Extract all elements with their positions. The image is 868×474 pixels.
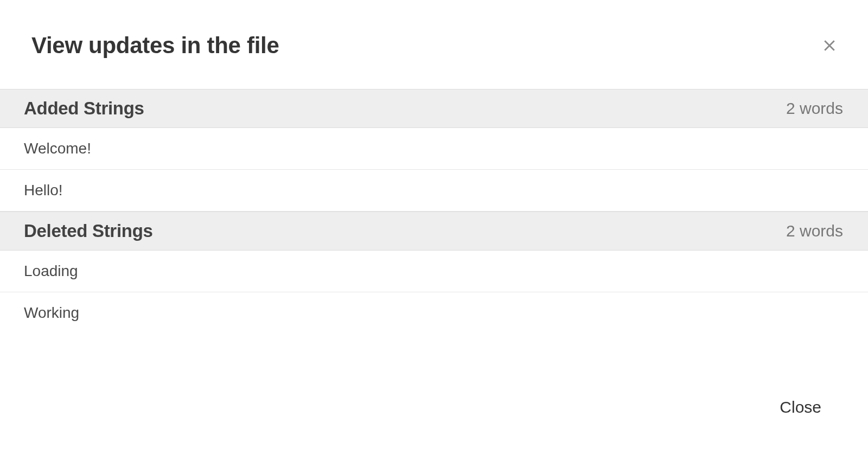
close-button[interactable]: Close [773, 395, 828, 420]
section-header-added: Added Strings 2 words [0, 89, 868, 128]
string-item: Working [0, 292, 868, 334]
modal-title: View updates in the file [31, 33, 279, 59]
spacer [0, 334, 868, 379]
string-item: Loading [0, 251, 868, 292]
section-body-deleted: Loading Working [0, 251, 868, 334]
close-icon [821, 37, 838, 54]
section-body-added: Welcome! Hello! [0, 128, 868, 212]
string-item: Welcome! [0, 128, 868, 170]
section-title-added: Added Strings [24, 98, 144, 119]
section-count-added: 2 words [786, 99, 843, 118]
section-count-deleted: 2 words [786, 222, 843, 240]
close-icon-button[interactable] [817, 33, 842, 58]
section-title-deleted: Deleted Strings [24, 221, 153, 241]
modal-header: View updates in the file [0, 0, 868, 89]
modal-view-updates: View updates in the file Added Strings 2… [0, 0, 868, 474]
string-item: Hello! [0, 170, 868, 212]
section-header-deleted: Deleted Strings 2 words [0, 212, 868, 251]
modal-footer: Close [0, 379, 868, 474]
